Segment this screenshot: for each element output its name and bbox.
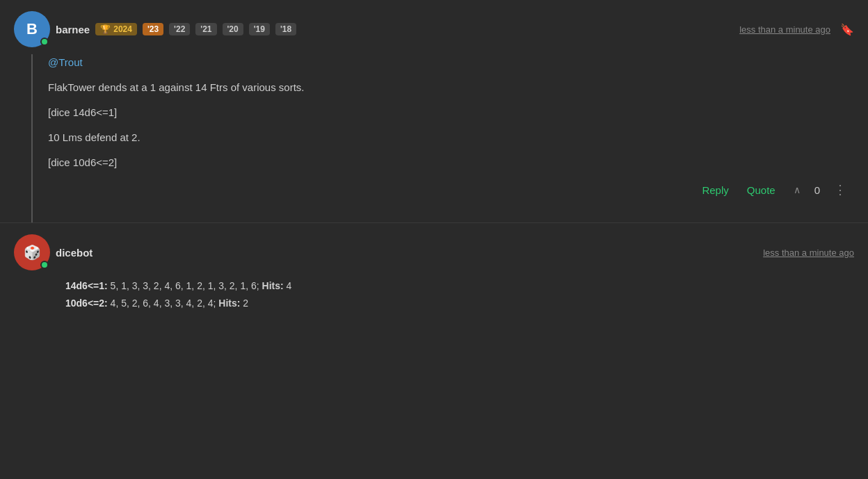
badge-year-22: '22 [169, 23, 190, 35]
dice-result-2: 10d6<=2: 4, 5, 2, 6, 4, 3, 3, 4, 2, 4; H… [65, 295, 854, 312]
vote-count: 0 [812, 184, 823, 196]
post-header: B barnee 🏆 2024 '23 '22 '21 '20 '19 '18 … [14, 11, 854, 47]
text-line-2: 10 Lms defend at 2. [48, 129, 854, 146]
dicebot-results: 14d6<=1: 5, 1, 3, 3, 2, 4, 6, 1, 2, 1, 3… [65, 277, 854, 312]
dicebot-post: 🎲 dicebot less than a minute ago 14d6<=1… [0, 223, 868, 323]
badge-trophy-label: 2024 [113, 24, 132, 34]
trophy-icon: 🏆 [100, 24, 111, 34]
post-actions: Reply Quote ∧ 0 ⋮ [48, 171, 854, 211]
post-text: @Trout FlakTower dends at a 1 against 14… [48, 54, 854, 171]
more-options-button[interactable]: ⋮ [827, 178, 854, 202]
post-body-wrapper: @Trout FlakTower dends at a 1 against 14… [14, 54, 854, 222]
badge-year-18: '18 [275, 23, 296, 35]
upvote-button[interactable]: ∧ [787, 180, 807, 200]
chevron-up-icon: ∧ [794, 184, 801, 195]
dice-result-1-hits: 4 [287, 280, 292, 291]
dicebot-timestamp[interactable]: less than a minute ago [763, 247, 854, 258]
dice-result-1: 14d6<=1: 5, 1, 3, 3, 2, 4, 6, 1, 2, 1, 3… [65, 277, 854, 295]
text-line-1: FlakTower dends at a 1 against 14 Ftrs o… [48, 79, 854, 96]
dicebot-header-right: less than a minute ago [763, 247, 854, 258]
dice-result-1-hits-label: Hits: [262, 280, 284, 291]
post-header-right: less than a minute ago 🔖 [739, 23, 854, 36]
dice-result-2-hits-label: Hits: [218, 298, 240, 309]
bookmark-icon[interactable]: 🔖 [840, 23, 854, 36]
badge-year-21: '21 [195, 23, 216, 35]
more-dots-icon: ⋮ [834, 183, 847, 197]
dice-result-2-rolls: 4, 5, 2, 6, 4, 3, 3, 4, 2, 4; [111, 298, 216, 309]
dice-1: [dice 14d6<=1] [48, 104, 854, 121]
dice-result-2-hits: 2 [243, 298, 248, 309]
timestamp[interactable]: less than a minute ago [739, 24, 830, 35]
badge-year-19: '19 [249, 23, 270, 35]
online-indicator [40, 38, 49, 46]
dicebot-header-left: 🎲 dicebot [14, 234, 93, 270]
badge-year-20: '20 [223, 23, 243, 35]
dice-result-1-rolls: 5, 1, 3, 3, 2, 4, 6, 1, 2, 1, 3, 2, 1, 6… [111, 280, 259, 291]
dicebot-online-indicator [40, 261, 49, 269]
timeline-line [31, 54, 33, 222]
dicebot-username: dicebot [56, 247, 93, 259]
dicebot-header: 🎲 dicebot less than a minute ago [14, 234, 854, 270]
reply-button[interactable]: Reply [695, 180, 735, 200]
post-header-left: B barnee 🏆 2024 '23 '22 '21 '20 '19 '18 [14, 11, 296, 47]
dice-result-1-label: 14d6<=1: [65, 280, 108, 291]
badge-year-23: '23 [143, 23, 163, 35]
mention: @Trout [48, 56, 83, 68]
dicebot-avatar: 🎲 [14, 234, 50, 270]
robot-icon: 🎲 [24, 244, 41, 261]
barnee-post: B barnee 🏆 2024 '23 '22 '21 '20 '19 '18 … [0, 0, 868, 223]
badge-trophy-2024: 🏆 2024 [95, 23, 137, 35]
quote-button[interactable]: Quote [740, 180, 782, 200]
post-body: @Trout FlakTower dends at a 1 against 14… [48, 54, 854, 222]
dice-result-2-label: 10d6<=2: [65, 298, 108, 309]
avatar: B [14, 11, 50, 47]
username: barnee [56, 24, 90, 35]
dice-2: [dice 10d6<=2] [48, 154, 854, 171]
